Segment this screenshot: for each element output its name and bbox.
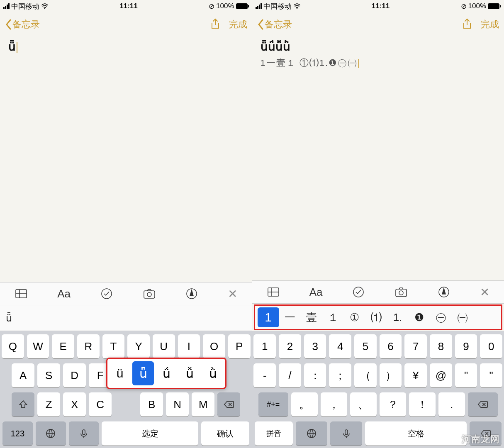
key-Y[interactable]: Y: [127, 334, 150, 358]
key-？[interactable]: ？: [380, 392, 406, 416]
status-time: 11:11: [372, 2, 390, 10]
key-A[interactable]: A: [12, 363, 34, 387]
key-！[interactable]: ！: [409, 392, 436, 416]
popup-option[interactable]: ü: [109, 361, 131, 385]
popup-option[interactable]: ǜ: [202, 361, 224, 385]
candidate-item[interactable]: ㈠: [452, 307, 473, 327]
key-N[interactable]: N: [166, 392, 189, 416]
mic-key[interactable]: [69, 421, 99, 446]
back-button[interactable]: 备忘录: [5, 18, 40, 31]
close-toolbar-icon[interactable]: ✕: [480, 285, 489, 299]
note-content[interactable]: ǖǘǚǜ 1一壹１ ①⑴1.❶㊀㈠: [252, 37, 504, 280]
note-content[interactable]: ǖ: [0, 37, 252, 282]
key-popup[interactable]: üǖǘǚǜ: [106, 358, 226, 389]
share-icon[interactable]: [462, 18, 472, 31]
key-U[interactable]: U: [153, 334, 175, 358]
popup-option[interactable]: ǖ: [132, 361, 154, 385]
globe-key[interactable]: [296, 421, 328, 446]
key-O[interactable]: O: [203, 334, 225, 358]
candidate-item[interactable]: １: [322, 307, 344, 327]
candidate-item[interactable]: 一: [279, 307, 301, 327]
camera-icon[interactable]: [394, 285, 408, 299]
key-.[interactable]: .: [438, 392, 465, 416]
key-¥[interactable]: ¥: [404, 363, 427, 387]
key-3[interactable]: 3: [304, 334, 326, 358]
key-R[interactable]: R: [77, 334, 100, 358]
candidate-item[interactable]: ❶: [409, 307, 430, 327]
backspace-key[interactable]: [217, 392, 240, 416]
key-C[interactable]: C: [89, 392, 112, 416]
key--[interactable]: -: [253, 363, 276, 387]
close-toolbar-icon[interactable]: ✕: [228, 287, 237, 301]
markup-icon[interactable]: [185, 287, 198, 300]
space-key[interactable]: 空格: [365, 421, 467, 446]
popup-option[interactable]: ǚ: [179, 361, 200, 385]
checklist-icon[interactable]: [352, 285, 365, 299]
back-button[interactable]: 备忘录: [257, 18, 292, 31]
key-Z[interactable]: Z: [37, 392, 60, 416]
checklist-icon[interactable]: [100, 287, 113, 300]
candidate-bar[interactable]: ǖ: [0, 305, 252, 331]
key-，[interactable]: ，: [321, 392, 347, 416]
key-、[interactable]: 、: [350, 392, 377, 416]
key-）[interactable]: ）: [380, 363, 402, 387]
key-。[interactable]: 。: [291, 392, 318, 416]
backspace-key[interactable]: [468, 392, 498, 416]
candidate-item[interactable]: ①: [344, 307, 365, 327]
candidate-item[interactable]: 1: [258, 307, 279, 327]
key-7[interactable]: 7: [404, 334, 427, 358]
select-key[interactable]: 选定: [102, 421, 198, 446]
key-M[interactable]: M: [192, 392, 214, 416]
candidate-item[interactable]: ㊀: [430, 307, 452, 327]
candidate-item[interactable]: ⑴: [365, 307, 387, 327]
key-D[interactable]: D: [63, 363, 86, 387]
camera-icon[interactable]: [143, 287, 156, 300]
key-Q[interactable]: Q: [2, 334, 24, 358]
key-T[interactable]: T: [102, 334, 125, 358]
key-E[interactable]: E: [52, 334, 74, 358]
text-format-icon[interactable]: Aa: [57, 287, 71, 300]
confirm-key[interactable]: 确认: [201, 421, 249, 446]
share-icon[interactable]: [210, 18, 221, 31]
key-2[interactable]: 2: [279, 334, 301, 358]
candidate-item[interactable]: 壹: [301, 307, 322, 327]
key-"[interactable]: ": [455, 363, 477, 387]
pinyin-key[interactable]: 拼音: [255, 421, 293, 446]
key-B[interactable]: B: [140, 392, 163, 416]
key-：[interactable]: ：: [304, 363, 326, 387]
numbers-key[interactable]: 123: [2, 421, 33, 446]
done-button[interactable]: 完成: [229, 18, 247, 31]
key-P[interactable]: P: [228, 334, 251, 358]
key-9[interactable]: 9: [455, 334, 477, 358]
candidate-item[interactable]: 1.: [387, 307, 409, 327]
key-4[interactable]: 4: [329, 334, 351, 358]
symbols-key[interactable]: #+=: [258, 392, 288, 416]
table-icon[interactable]: [267, 285, 280, 299]
status-bar: 中国移动 11:11 ⊘ 100%: [252, 0, 504, 12]
key-5[interactable]: 5: [354, 334, 377, 358]
format-toolbar: Aa ✕: [252, 280, 504, 304]
popup-option[interactable]: ǘ: [156, 361, 177, 385]
markup-icon[interactable]: [437, 285, 450, 299]
key-W[interactable]: W: [27, 334, 49, 358]
key-（[interactable]: （: [354, 363, 377, 387]
text-format-icon[interactable]: Aa: [309, 286, 323, 299]
key-X[interactable]: X: [63, 392, 86, 416]
key-/[interactable]: /: [279, 363, 301, 387]
key-1[interactable]: 1: [253, 334, 276, 358]
key-@[interactable]: @: [430, 363, 452, 387]
key-；[interactable]: ；: [329, 363, 351, 387]
key-6[interactable]: 6: [380, 334, 402, 358]
key-0[interactable]: 0: [480, 334, 502, 358]
shift-key[interactable]: [12, 392, 34, 416]
key-"[interactable]: ": [480, 363, 502, 387]
done-button[interactable]: 完成: [481, 18, 499, 31]
key-I[interactable]: I: [178, 334, 200, 358]
mic-key[interactable]: [330, 421, 362, 446]
note-body-text: 1一壹１ ①⑴1.❶㊀㈠: [261, 58, 358, 68]
globe-key[interactable]: [36, 421, 66, 446]
table-icon[interactable]: [15, 287, 28, 300]
key-S[interactable]: S: [37, 363, 60, 387]
candidate-bar[interactable]: 1一壹１①⑴1.❶㊀㈠: [254, 304, 503, 330]
key-8[interactable]: 8: [430, 334, 452, 358]
